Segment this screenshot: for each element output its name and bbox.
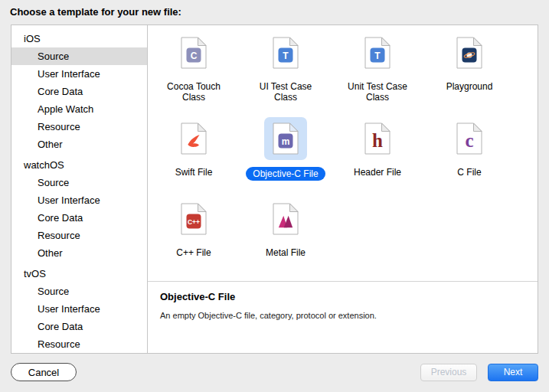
swift-bird-glyph — [185, 132, 202, 149]
sidebar-item-watchos-source[interactable]: Source — [11, 174, 147, 191]
header-file-icon: h — [356, 117, 399, 160]
template-label: Cocoa Touch Class — [157, 81, 230, 103]
sidebar-section-watchos: watchOS — [11, 156, 147, 174]
planet-glyph — [463, 49, 476, 62]
planet-badge — [462, 48, 477, 63]
sidebar-item-tvos-core-data[interactable]: Core Data — [11, 318, 147, 335]
sidebar-item-ios-source[interactable]: Source — [11, 47, 147, 65]
template-label: Metal File — [266, 247, 306, 258]
test-t-badge: T — [371, 48, 385, 63]
template-label: Header File — [354, 167, 401, 178]
sidebar-item-ios-apple-watch[interactable]: Apple Watch — [11, 100, 147, 118]
next-button[interactable]: Next — [488, 364, 538, 381]
cpp-badge: C++ — [187, 214, 201, 229]
cancel-button[interactable]: Cancel — [11, 363, 77, 381]
footer: Cancel Previous Next — [0, 362, 549, 382]
test-t-badge: T — [279, 48, 293, 63]
template-grid-area: C Cocoa Touch Class T — [148, 25, 538, 353]
template-unit-test-case-class[interactable]: T Unit Test Case Class — [332, 31, 423, 117]
template-swift-file[interactable]: Swift File — [148, 117, 240, 198]
selected-template-label: Objective-C File — [246, 167, 325, 181]
ui-test-case-icon: T — [264, 31, 307, 74]
cocoa-touch-class-icon: C — [172, 31, 215, 74]
template-playground[interactable]: Playground — [423, 31, 515, 117]
sidebar-item-watchos-other[interactable]: Other — [11, 244, 147, 262]
template-label: C++ File — [176, 247, 211, 258]
template-header-file[interactable]: h Header File — [332, 117, 423, 198]
sidebar-item-ios-resource[interactable]: Resource — [11, 118, 147, 136]
template-c-file[interactable]: c C File — [423, 117, 515, 198]
header-h-glyph: h — [364, 125, 391, 157]
footer-right-buttons: Previous Next — [420, 364, 538, 381]
sidebar-item-ios-other[interactable]: Other — [11, 136, 147, 153]
template-label: UI Test Case Class — [249, 81, 322, 103]
dialog-title: Choose a template for your new file: — [10, 6, 181, 18]
template-metal-file[interactable]: Metal File — [240, 198, 332, 278]
template-label: C File — [457, 167, 481, 178]
class-c-badge: C — [187, 48, 201, 63]
sidebar-item-tvos-source[interactable]: Source — [11, 283, 147, 300]
template-label: Playground — [446, 81, 493, 92]
description-title: Objective-C File — [160, 291, 525, 302]
swift-file-icon — [172, 117, 215, 160]
metal-file-icon — [264, 198, 307, 240]
template-chooser-panel: iOS Source User Interface Core Data Appl… — [11, 24, 538, 354]
description-text: An empty Objective-C file, category, pro… — [160, 311, 525, 320]
sidebar: iOS Source User Interface Core Data Appl… — [11, 25, 148, 353]
sidebar-item-watchos-user-interface[interactable]: User Interface — [11, 191, 147, 209]
template-label: Swift File — [175, 167, 213, 178]
unit-test-case-icon: T — [356, 31, 399, 74]
previous-button[interactable]: Previous — [420, 364, 477, 381]
sidebar-item-watchos-resource[interactable]: Resource — [11, 227, 147, 244]
playground-icon — [448, 31, 491, 74]
c-glyph: c — [456, 125, 482, 157]
template-description-panel: Objective-C File An empty Objective-C fi… — [148, 281, 538, 353]
sidebar-section-ios: iOS — [11, 30, 147, 47]
template-objective-c-file-selected[interactable]: m Objective-C File — [240, 117, 332, 198]
template-label: Unit Test Case Class — [341, 81, 414, 103]
template-cocoa-touch-class[interactable]: C Cocoa Touch Class — [148, 31, 240, 117]
c-file-icon: c — [448, 117, 491, 160]
sidebar-item-ios-user-interface[interactable]: User Interface — [11, 65, 147, 83]
objc-m-badge: m — [279, 134, 293, 149]
objective-c-file-icon: m — [264, 117, 307, 160]
sidebar-item-watchos-core-data[interactable]: Core Data — [11, 209, 147, 227]
template-grid: C Cocoa Touch Class T — [148, 25, 538, 281]
template-cpp-file[interactable]: C++ C++ File — [148, 198, 240, 278]
sidebar-section-tvos: tvOS — [11, 265, 147, 283]
cpp-file-icon: C++ — [172, 198, 215, 240]
sidebar-item-ios-core-data[interactable]: Core Data — [11, 83, 147, 100]
selection-pill: Objective-C File — [246, 167, 325, 181]
sidebar-item-tvos-user-interface[interactable]: User Interface — [11, 300, 147, 318]
sidebar-item-tvos-resource[interactable]: Resource — [11, 335, 147, 353]
template-ui-test-case-class[interactable]: T UI Test Case Class — [240, 31, 332, 117]
metal-m-glyph — [277, 213, 294, 230]
